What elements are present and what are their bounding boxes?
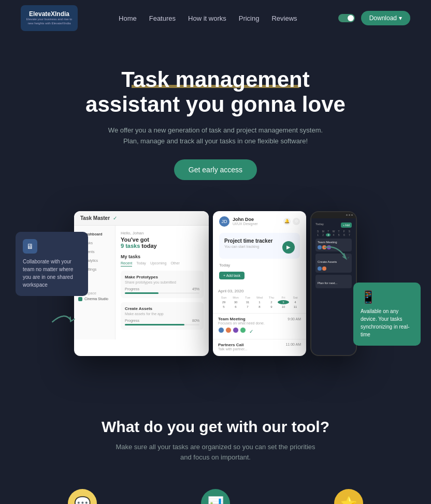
tab-recent[interactable]: Recent [121, 261, 132, 266]
header: ElevateXIndia Elevate your business and … [0, 0, 431, 36]
toggle-track[interactable] [338, 14, 355, 22]
greeting-text: Hello, Johan [121, 231, 204, 235]
dashboard-section: 🖥 Collaborate with your team no matter w… [0, 201, 431, 387]
device-icon: 📱 [361, 290, 413, 304]
tab-other[interactable]: Other [170, 261, 180, 266]
floating-card-collaborate: 🖥 Collaborate with your team no matter w… [16, 232, 88, 296]
phone-mockup: Today + Add S M T W T F S 1 2 3 4 5 6 [310, 211, 357, 356]
features-section: What do you get with our tool? Make sure… [0, 387, 431, 504]
nav-reviews[interactable]: Reviews [271, 14, 297, 22]
tracker-window: JD John Doe UI/UX Designer 🔔 ⚙ Project t… [213, 211, 306, 356]
phone-add-button[interactable]: + Add [341, 223, 352, 228]
tracker-user: JD John Doe UI/UX Designer 🔔 ⚙ [219, 216, 300, 227]
tasks-count: You've got9 tasks today [121, 236, 204, 249]
add-task-button[interactable]: + Add task [219, 272, 245, 279]
tracker-title: Project time tracker [224, 238, 272, 244]
features-subtitle: Make sure all your tasks are organized s… [112, 442, 319, 464]
toggle-thumb [348, 15, 354, 21]
hero-title-container: Task management assistant you gonna love [21, 67, 410, 117]
task-manager-window: Task Master ✓ Dashboard Tasks Events [74, 211, 209, 356]
logo: ElevateXIndia Elevate your business and … [21, 5, 78, 31]
feature-comments: 💬 Comments on tasks Id mollis consectetu… [21, 489, 143, 504]
check-icon: ✓ [113, 215, 117, 221]
bell-icon[interactable]: 🔔 [283, 218, 291, 225]
nav-home[interactable]: Home [119, 14, 137, 22]
hero-title-top: Task management [121, 67, 309, 92]
logo-box: ElevateXIndia Elevate your business and … [21, 5, 78, 31]
play-button[interactable]: ▶ [282, 241, 295, 254]
nav-pricing[interactable]: Pricing [239, 14, 260, 22]
task-tabs: Recent Today Upcoming Other [121, 261, 204, 266]
analytics-icon: 📊 [201, 489, 230, 504]
done-check: ✓ [247, 328, 255, 336]
hero-subtitle: We offer you a new generation of task an… [21, 125, 410, 147]
floating-card-right-text: Available on any device. Your tasks sync… [361, 307, 413, 338]
phone-status-bar [311, 212, 356, 218]
phone-today-label: Today [315, 223, 324, 226]
download-button[interactable]: Download ▾ [361, 11, 410, 25]
today-label: Today [219, 263, 300, 268]
comments-icon: 💬 [68, 489, 97, 504]
hero-title-bottom: assistant you gonna love [21, 92, 410, 117]
task-item-assets: Create Assets Make assets for the app Pr… [121, 302, 204, 330]
logo-title: ElevateXIndia [29, 11, 69, 18]
main-nav: Home Features How it works Pricing Revie… [119, 14, 297, 22]
arrow-right-decoration [322, 242, 348, 266]
window-body: Dashboard Tasks Events Analytics [74, 226, 209, 339]
logo-subtitle: Elevate your business and rise to new he… [26, 18, 73, 25]
floating-card-left-text: Collaborate with your team no matter whe… [23, 258, 81, 289]
features-title: What do you get with our tool? [21, 418, 410, 436]
nav-how-it-works[interactable]: How it works [188, 14, 226, 22]
calendar-mini: April 03, 2020 Sun Mon Tue Wed Thu Fri S… [213, 285, 306, 313]
tab-upcoming[interactable]: Upcoming [150, 261, 167, 266]
cal-grid: Sun Mon Tue Wed Thu Fri Sat 29 30 31 1 2… [218, 295, 301, 309]
my-tasks-label: My tasks [121, 254, 204, 259]
tracker-role: UI/UX Designer [233, 222, 258, 226]
early-access-button[interactable]: Get early access [174, 159, 257, 180]
feature-darkmode: ⭐ Light / dark mode A elementum, imperdi… [288, 489, 410, 504]
floating-card-device: 📱 Available on any device. Your tasks sy… [353, 283, 421, 346]
task-item-prototypes: Make Prototypes Share prototypes you sub… [121, 271, 204, 298]
tracker-name: John Doe [233, 217, 258, 222]
window-title: Task Master [80, 215, 110, 221]
phone-task-3: Plan for next... [315, 275, 352, 288]
settings-icon[interactable]: ⚙ [293, 218, 300, 225]
tracker-subtitle: You can start tracking [224, 245, 272, 248]
cal-month: April 03, 2020 [218, 289, 301, 293]
avatar: JD [219, 216, 229, 227]
workspace-name: Cinema Studio [84, 297, 108, 301]
tab-today[interactable]: Today [136, 261, 146, 266]
nav-features[interactable]: Features [149, 14, 176, 22]
hero-section: Task management assistant you gonna love… [0, 36, 431, 201]
darkmode-icon: ⭐ [334, 489, 363, 504]
workspace-item: Cinema Studio [78, 297, 111, 301]
collaborate-icon: 🖥 [23, 239, 37, 254]
meeting-avatars: ✓ [218, 327, 301, 336]
meeting-team: Team Meeting 9:00 AM Focuses on what nee… [213, 313, 306, 339]
header-right: Download ▾ [338, 11, 410, 25]
feature-analytics: 📊 Tasks analytics Non imperdiet facilisi… [154, 489, 277, 504]
meeting-partners: Partners Call 11:00 AM Talk with partner… [213, 339, 306, 354]
window-header: Task Master ✓ [74, 211, 209, 226]
features-grid: 💬 Comments on tasks Id mollis consectetu… [21, 489, 410, 504]
main-mockup: Task Master ✓ Dashboard Tasks Events [74, 211, 357, 356]
window-content: Hello, Johan You've got9 tasks today My … [116, 226, 209, 339]
theme-toggle[interactable] [338, 14, 355, 22]
tracker-title-box: Project time tracker You can start track… [219, 233, 300, 259]
tracker-header: JD John Doe UI/UX Designer 🔔 ⚙ Project t… [213, 211, 306, 285]
phone-calendar: S M T W T F S 1 2 3 4 5 6 7 [315, 230, 352, 236]
